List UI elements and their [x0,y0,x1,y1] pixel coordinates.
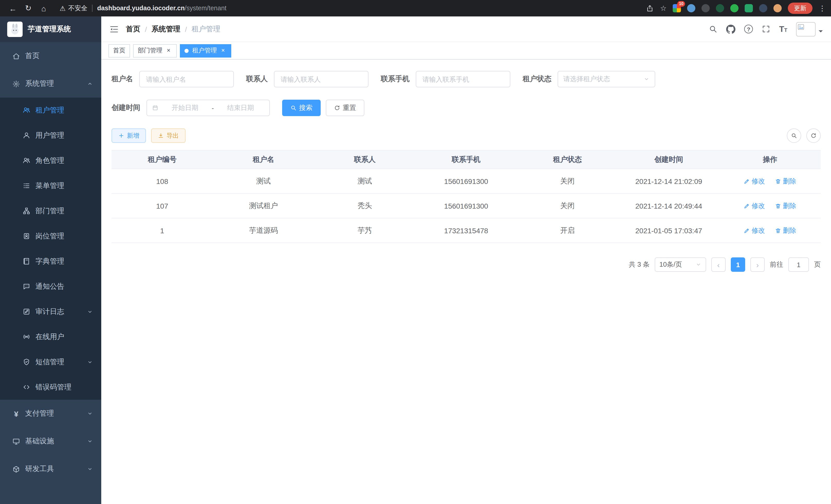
export-button[interactable]: 导出 [151,128,185,143]
sidebar-item-sms[interactable]: 短信管理 [0,349,101,375]
page-size-select[interactable]: 10条/页 [655,258,706,272]
delete-link[interactable]: 删除 [775,226,796,235]
home-icon[interactable]: ⌂ [36,4,51,12]
browser-menu-icon[interactable]: ⋮ [819,4,826,12]
message-icon [23,283,30,290]
add-button[interactable]: 新增 [112,128,146,143]
sidebar-item-notice[interactable]: 通知公告 [0,274,101,299]
breadcrumb-system[interactable]: 系统管理 [152,24,180,34]
create-time-label: 创建时间 [112,103,140,113]
cell-status: 关闭 [517,194,618,218]
back-icon[interactable]: ← [5,4,21,12]
extension-icon-5[interactable] [730,4,739,12]
page-number-button[interactable]: 1 [731,258,745,272]
date-start-placeholder: 开始日期 [161,103,209,113]
broken-image-icon [798,23,804,30]
browser-chrome: ← ↻ ⌂ ⚠ 不安全 dashboard.yudao.iocoder.cn/s… [0,0,831,17]
extension-icon-8[interactable] [773,4,782,12]
chevron-down-icon [87,411,93,417]
share-icon[interactable] [646,4,654,12]
breadcrumb-home[interactable]: 首页 [126,24,140,34]
extension-icon-1[interactable]: 10 [673,4,681,12]
sidebar-item-tenant[interactable]: 租户管理 [0,98,101,123]
edit-icon [744,227,750,234]
refresh-table-button[interactable] [806,128,821,143]
cell-actions: 修改 删除 [719,194,821,218]
sidebar-item-home[interactable]: 首页 [0,42,101,70]
close-icon[interactable]: × [220,47,227,54]
sidebar-item-user[interactable]: 用户管理 [0,123,101,148]
sidebar-item-role[interactable]: 角色管理 [0,148,101,173]
reset-button[interactable]: 重置 [326,100,364,116]
edit-link[interactable]: 修改 [744,176,765,186]
prev-page-button[interactable]: ‹ [711,258,726,272]
cell-status: 开启 [517,218,618,243]
sidebar-item-dict[interactable]: 字典管理 [0,249,101,274]
logo-image [7,22,23,37]
tab-tenant[interactable]: 租户管理 × [180,44,231,57]
pagination: 共 3 条 10条/页 ‹ 1 › 前往 页 [112,258,821,272]
contact-input[interactable] [274,71,369,87]
sidebar-item-payment[interactable]: ¥ 支付管理 [0,400,101,427]
address-divider [92,5,92,12]
box-icon [12,465,20,473]
sidebar-item-error-code[interactable]: 错误码管理 [0,375,101,400]
address-bar[interactable]: ⚠ 不安全 dashboard.yudao.iocoder.cn/system/… [60,4,226,12]
fullscreen-icon[interactable] [762,25,770,33]
cell-tenant-name: 芋道源码 [213,218,314,243]
extension-icon-6[interactable] [745,4,753,12]
sidebar-item-system[interactable]: 系统管理 [0,70,101,98]
cell-contact: 秃头 [314,194,416,218]
extension-icon-7[interactable] [759,4,767,12]
sidebar-item-online-users[interactable]: 在线用户 [0,324,101,349]
search-toggle-button[interactable] [787,128,801,143]
update-button[interactable]: 更新 [788,3,812,14]
search-icon[interactable] [709,25,717,33]
delete-link[interactable]: 删除 [775,176,796,186]
delete-link[interactable]: 删除 [775,201,796,210]
edit-link[interactable]: 修改 [744,201,765,210]
breadcrumb-separator: / [145,25,147,33]
phone-input[interactable] [416,71,510,87]
table-toolbar: 新增 导出 [112,128,821,143]
chevron-down-icon [87,308,93,315]
sidebar-item-infrastructure[interactable]: 基础设施 [0,427,101,455]
tab-dept[interactable]: 部门管理 × [133,44,177,57]
date-range-picker[interactable]: 开始日期 - 结束日期 [146,100,270,116]
help-icon[interactable]: ? [744,25,753,33]
sidebar-item-dept[interactable]: 部门管理 [0,198,101,224]
bookmark-star-icon[interactable]: ☆ [660,4,666,12]
extension-icon-4[interactable] [716,4,724,12]
pagination-total: 共 3 条 [629,260,650,269]
sidebar-item-dev-tools[interactable]: 研发工具 [0,455,101,483]
user-avatar[interactable] [796,22,823,36]
github-icon[interactable] [726,24,736,34]
browser-actions: ☆ 10 更新 ⋮ [646,3,826,14]
reload-icon[interactable]: ↻ [21,4,36,13]
broadcast-icon [23,333,30,340]
sidebar-item-audit-log[interactable]: 审计日志 [0,299,101,324]
close-icon[interactable]: × [165,47,172,54]
tenant-name-input[interactable] [139,71,234,87]
security-label: 不安全 [68,4,87,12]
sidebar-collapse-icon[interactable] [110,24,119,34]
tab-home[interactable]: 首页 [109,44,130,57]
page-goto-input[interactable] [789,258,809,272]
sidebar-item-menu[interactable]: 菜单管理 [0,173,101,198]
table-tools [787,128,821,143]
edit-link[interactable]: 修改 [744,226,765,235]
extension-icon-3[interactable] [701,4,710,12]
table-row: 108 测试 测试 15601691300 关闭 2021-12-14 21:0… [112,169,821,194]
cell-tenant-id: 1 [112,218,213,243]
cell-created: 2021-12-14 20:49:44 [618,194,719,218]
sidebar-item-post[interactable]: 岗位管理 [0,224,101,249]
col-tenant-id: 租户编号 [112,150,213,169]
chevron-down-icon [87,466,93,472]
status-select[interactable]: 请选择租户状态 [557,71,655,87]
caret-down-icon [819,30,823,34]
search-button[interactable]: 搜索 [282,100,321,116]
avatar-image [796,22,815,36]
next-page-button[interactable]: › [750,258,765,272]
extension-icon-2[interactable] [687,4,695,12]
text-size-icon[interactable]: TT [779,25,787,33]
